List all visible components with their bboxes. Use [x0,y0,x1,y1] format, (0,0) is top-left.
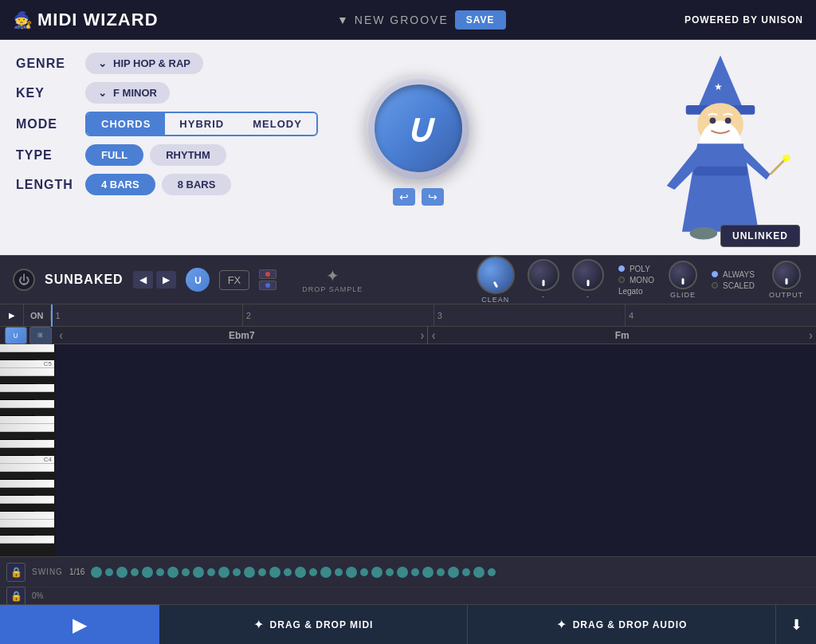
key-row-cs5[interactable] [0,352,56,360]
swing-dot-14[interactable] [258,568,266,576]
key-row-ab4[interactable] [0,392,56,400]
key-gb3[interactable] [0,504,35,512]
dropdown-arrow-icon[interactable]: ▼ [337,14,348,26]
key-row-ab3[interactable] [0,488,56,496]
key-row-e3[interactable] [0,520,56,528]
play-large-button[interactable]: ▶ [0,605,159,644]
key-ab4[interactable] [0,392,35,400]
key-eb3[interactable] [0,528,35,536]
swing-dot-16[interactable] [284,568,292,576]
swing-dot-25[interactable] [397,567,408,578]
swing-dot-8[interactable] [182,568,190,576]
swing-dot-19[interactable] [320,567,332,578]
swing-dot-32[interactable] [488,568,496,576]
swing-dot-9[interactable] [193,567,204,578]
key-row-gb4[interactable] [0,408,56,416]
key-c4[interactable]: C4 [0,456,54,464]
key-b4[interactable] [0,368,54,376]
swing-dot-27[interactable] [422,567,434,578]
unlinked-button[interactable]: UNLINKED [720,225,800,247]
knob2[interactable] [528,259,559,291]
poly-option[interactable]: POLY [618,265,654,273]
swing-dot-24[interactable] [386,568,394,576]
key-gb4[interactable] [0,408,35,416]
pattern-view-button[interactable]: ⊞ [29,327,52,344]
drag-audio-button[interactable]: ✦ DRAG & DROP AUDIO [468,605,776,644]
mode-btn-melody[interactable]: MELODY [238,113,316,135]
key-row-c4[interactable]: C4 [0,456,56,464]
type-btn-full[interactable]: FULL [85,144,143,166]
chord1-right-arrow[interactable]: › [420,328,424,343]
lock-button[interactable]: 🔒 [6,563,26,582]
swing-dot-26[interactable] [411,568,419,576]
mode-btn-chords[interactable]: CHORDS [87,113,165,135]
key-cs5[interactable] [0,352,35,360]
swing-dot-11[interactable] [218,567,230,578]
swing-dot-1[interactable] [91,567,102,578]
swing-dot-12[interactable] [233,568,241,576]
lock-btn-2[interactable]: 🔒 [6,587,26,606]
swing-dot-22[interactable] [360,568,368,576]
swing-dot-3[interactable] [116,567,128,578]
key-select[interactable]: ⌄ F MINOR [85,82,170,104]
key-row-b3[interactable] [0,464,56,472]
swing-dot-21[interactable] [346,567,357,578]
record-btn-1[interactable] [259,269,277,279]
key-row-eb4[interactable] [0,432,56,440]
key-bb3[interactable] [0,472,35,480]
glide-knob[interactable] [669,261,697,289]
swing-dot-10[interactable] [207,568,215,576]
record-btn-2[interactable] [259,281,277,290]
chord2-left-arrow[interactable]: ‹ [431,328,435,343]
swing-dot-17[interactable] [295,567,306,578]
swing-dot-20[interactable] [335,568,343,576]
swing-dot-15[interactable] [269,567,280,578]
key-d5[interactable] [0,344,54,352]
key-row-d5[interactable] [0,344,56,352]
key-row-d4[interactable] [0,440,56,448]
key-b3[interactable] [0,464,54,472]
key-db4[interactable] [0,448,35,456]
mode-btn-hybrid[interactable]: HYBRID [165,113,238,135]
key-row-b4[interactable] [0,368,56,376]
genre-select[interactable]: ⌄ HIP HOP & RAP [85,53,203,74]
scaled-option[interactable]: SCALED [712,281,755,290]
redo-button[interactable]: ↪ [422,188,444,206]
key-row-bb3[interactable] [0,472,56,480]
prev-instrument-button[interactable]: ◀ [133,271,153,289]
type-btn-rhythm[interactable]: RHYTHM [150,144,226,166]
notes-view-button[interactable]: ∪ [5,327,27,344]
key-a4[interactable] [0,384,54,392]
length-btn-4bars[interactable]: 4 BARS [85,174,155,195]
save-button[interactable]: SAVE [455,10,506,29]
swing-dot-31[interactable] [473,567,484,578]
swing-dot-4[interactable] [131,568,139,576]
key-e4[interactable] [0,424,54,432]
key-e3[interactable] [0,520,54,528]
drop-sample-area[interactable]: ✦ DROP SAMPLE [302,266,363,293]
swing-dot-18[interactable] [309,568,317,576]
key-row-f4[interactable] [0,416,56,424]
key-row-e4[interactable] [0,424,56,432]
key-d3[interactable] [0,536,54,544]
key-row-a4[interactable] [0,384,56,392]
power-button[interactable]: ⏻ [13,269,35,291]
swing-dot-28[interactable] [437,568,445,576]
drag-midi-button[interactable]: ✦ DRAG & DROP MIDI [159,605,468,644]
output-knob[interactable] [772,261,801,289]
legato-option[interactable]: Legato [618,287,654,296]
key-c5[interactable]: C5 [0,360,54,368]
key-row-db4[interactable] [0,448,56,456]
clean-knob[interactable] [477,256,515,294]
key-f4[interactable] [0,416,54,424]
key-row-g3[interactable] [0,496,56,504]
knob3[interactable] [572,259,604,291]
mono-option[interactable]: MONO [618,276,654,285]
key-d4[interactable] [0,440,54,448]
swing-dot-2[interactable] [105,568,113,576]
chord1-left-arrow[interactable]: ‹ [59,328,63,343]
key-row-g4[interactable] [0,400,56,408]
key-a3[interactable] [0,480,54,488]
key-g4[interactable] [0,400,54,408]
key-row-gb3[interactable] [0,504,56,512]
